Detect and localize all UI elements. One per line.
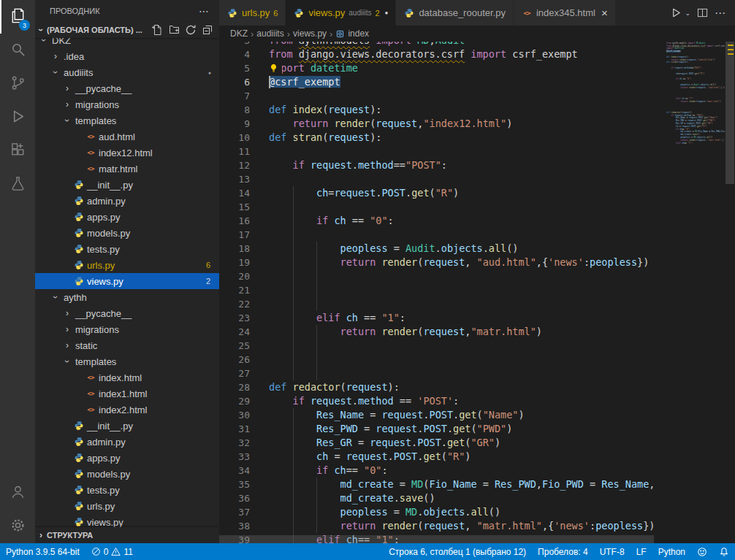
tab-views.py[interactable]: views.pyaudiiits2● — [286, 0, 396, 26]
activity-bar-explorer[interactable]: 3 — [0, 0, 35, 34]
file-tree: ›DKZ›.idea›audiiits●›__pycache__›migrati… — [35, 38, 219, 527]
activity-bar-settings[interactable] — [0, 510, 35, 543]
more-editor-actions-icon[interactable]: ⋯ — [715, 7, 726, 20]
feedback-button[interactable] — [691, 543, 713, 560]
run-debug-icon — [9, 108, 26, 128]
eol-status[interactable]: LF — [631, 543, 652, 560]
tree-item-apps.py[interactable]: apps.py — [35, 209, 219, 225]
activity-bar-extensions[interactable] — [0, 134, 35, 168]
new-file-icon[interactable] — [151, 24, 163, 36]
breadcrumb-symbol[interactable]: index — [348, 28, 369, 39]
tree-item-index12.html[interactable]: <>index12.html — [35, 145, 219, 161]
minimap[interactable]: from aythh.models import MD,Auditfrom dj… — [666, 42, 725, 543]
tree-item-index2.html[interactable]: <>index2.html — [35, 402, 219, 418]
run-python-file-button[interactable] — [671, 7, 682, 18]
tab-database_roouter.py[interactable]: database_roouter.py — [396, 0, 514, 26]
tree-item-tests.py[interactable]: tests.py — [35, 241, 219, 257]
tab-urls.py[interactable]: urls.py6 — [219, 0, 286, 26]
more-actions-icon[interactable]: ⋯ — [199, 5, 209, 17]
tree-item-apps.py[interactable]: apps.py — [35, 450, 219, 466]
tree-item-matr.html[interactable]: <>matr.html — [35, 161, 219, 177]
lightbulb-icon[interactable] — [269, 61, 282, 75]
tree-item-views.py[interactable]: views.py — [35, 514, 219, 527]
chevron-expanded-icon: › — [36, 24, 46, 36]
notifications-button[interactable] — [713, 543, 735, 560]
tree-item-views.py[interactable]: views.py2 — [35, 273, 219, 289]
tree-item-admin.py[interactable]: admin.py — [35, 193, 219, 209]
outline-section-header[interactable]: › СТРУКТУРА — [35, 527, 219, 543]
tree-item-urls.py[interactable]: urls.py6 — [35, 257, 219, 273]
refresh-icon[interactable] — [185, 24, 197, 36]
editor-group: urls.py6views.pyaudiiits2●database_roout… — [219, 0, 735, 543]
editor-area[interactable]: 3456789101112131415161718192021222324252… — [219, 42, 735, 543]
tree-item-models.py[interactable]: models.py — [35, 466, 219, 482]
line-number: 28 — [219, 380, 269, 394]
collapse-all-icon[interactable] — [202, 24, 213, 36]
activity-bar-source-control[interactable] — [0, 67, 35, 101]
chevron-expanded-icon: › — [62, 115, 72, 126]
tree-item-migrations[interactable]: ›migrations — [35, 321, 219, 337]
error-count: 0 — [104, 547, 109, 557]
tree-item-index.html[interactable]: <>index.html — [35, 369, 219, 386]
tree-item-__init__.py[interactable]: __init__.py — [35, 177, 219, 193]
line-number: 22 — [219, 297, 269, 311]
tree-item-templates[interactable]: ›templates — [35, 112, 219, 129]
tree-item-models.py[interactable]: models.py — [35, 225, 219, 241]
tree-item-migrations[interactable]: ›migrations — [35, 96, 219, 112]
indentation-status[interactable]: Пробелов: 4 — [532, 543, 594, 560]
new-folder-icon[interactable] — [168, 24, 180, 36]
vertical-scrollbar-thumb[interactable] — [726, 42, 734, 184]
code-line: def redactor(request): — [269, 380, 666, 394]
activity-bar-search[interactable] — [0, 34, 35, 67]
run-dropdown-chevron-icon[interactable]: ⌄ — [685, 9, 690, 17]
line-number: 34 — [219, 464, 269, 477]
close-icon[interactable]: × — [601, 7, 608, 18]
tree-item-DKZ[interactable]: ›DKZ — [35, 38, 219, 48]
source-control-icon — [9, 74, 26, 94]
tree-item-tests.py[interactable]: tests.py — [35, 482, 219, 498]
tree-item-admin.py[interactable]: admin.py — [35, 434, 219, 450]
tree-item-index1.html[interactable]: <>index1.html — [35, 386, 219, 402]
tree-item-.idea[interactable]: ›.idea — [35, 48, 219, 64]
tree-item-label: views.py — [87, 517, 123, 528]
tree-item-audiiits[interactable]: ›audiiits● — [35, 64, 219, 80]
chevron-right-icon: › — [250, 28, 254, 39]
python-file-icon — [73, 180, 85, 190]
activity-bar-testing[interactable] — [0, 168, 35, 202]
line-number: 14 — [219, 186, 269, 200]
encoding-status[interactable]: UTF-8 — [594, 543, 631, 560]
problems-status[interactable]: 0 11 — [85, 543, 139, 560]
html-file-icon: <> — [85, 406, 96, 413]
code-line: return render(request,"matr.html") — [269, 325, 666, 339]
tree-item-static[interactable]: ›static — [35, 337, 219, 353]
language-mode-status[interactable]: Python — [652, 543, 691, 560]
activity-bar-account[interactable] — [0, 476, 35, 510]
horizontal-scrollbar[interactable] — [219, 535, 725, 543]
tree-item-__pycache__[interactable]: ›__pycache__ — [35, 80, 219, 96]
tree-item-aud.html[interactable]: <>aud.html — [35, 129, 219, 145]
code-content[interactable]: from aythh.models import MD,Auditfrom dj… — [269, 42, 666, 543]
modified-dot-icon: ● — [208, 70, 211, 75]
activity-bar-run-debug[interactable] — [0, 101, 35, 134]
code-line: md_create.save() — [269, 491, 666, 505]
breadcrumb-item[interactable]: views.py — [293, 28, 327, 39]
vertical-scrollbar[interactable] — [725, 42, 735, 543]
tab-index345.html[interactable]: <>index345.html× — [514, 0, 616, 26]
code-line: if request.method=="POST": — [269, 158, 666, 172]
tree-item-__init__.py[interactable]: __init__.py — [35, 418, 219, 434]
horizontal-scrollbar-thumb[interactable] — [219, 535, 654, 543]
code-line — [269, 367, 666, 380]
split-editor-icon[interactable] — [697, 7, 708, 18]
tree-item-urls.py[interactable]: urls.py — [35, 498, 219, 514]
workspace-section-header[interactable]: › (РАБОЧАЯ ОБЛАСТЬ) ... — [35, 22, 219, 38]
python-file-icon — [73, 485, 85, 495]
python-file-icon — [403, 8, 415, 18]
breadcrumb-item[interactable]: audiiits — [256, 28, 283, 39]
tree-item-label: views.py — [87, 276, 123, 287]
cursor-position-status[interactable]: Строка 6, столбец 1 (выбрано 12) — [383, 543, 532, 560]
tree-item-aythh[interactable]: ›aythh — [35, 289, 219, 305]
tree-item-__pycache__[interactable]: ›__pycache__ — [35, 305, 219, 321]
python-interpreter-status[interactable]: Python 3.9.5 64-bit — [0, 543, 85, 560]
breadcrumb-item[interactable]: DKZ — [230, 28, 248, 39]
tree-item-templates[interactable]: ›templates — [35, 353, 219, 369]
